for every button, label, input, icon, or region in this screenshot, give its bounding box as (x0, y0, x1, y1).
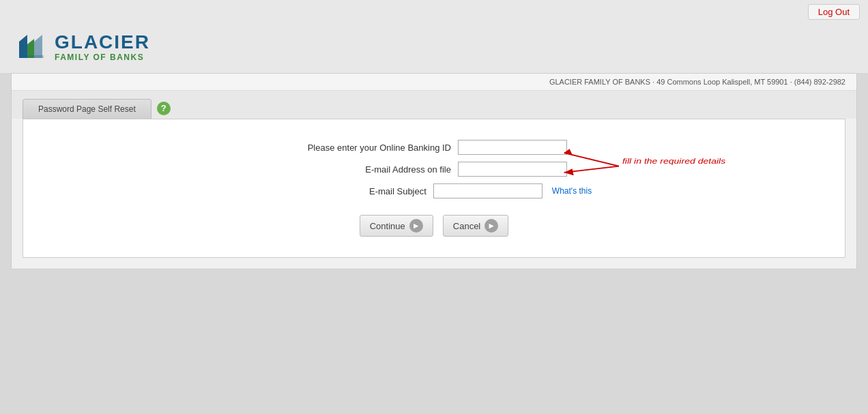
cancel-arrow-icon: ► (484, 219, 498, 233)
svg-rect-3 (19, 55, 44, 58)
subject-label: E-mail Subject (276, 186, 426, 196)
bank-info-text: GLACIER FAMILY OF BANKS · 49 Commons Loo… (549, 78, 845, 86)
logo-glacier: GLACIER (55, 32, 150, 53)
main-content: GLACIER FAMILY OF BANKS · 49 Commons Loo… (11, 73, 857, 269)
continue-arrow-icon: ► (409, 219, 423, 233)
help-icon[interactable]: ? (157, 102, 171, 115)
continue-label: Continue (370, 221, 405, 231)
svg-marker-1 (27, 39, 34, 58)
cancel-button[interactable]: Cancel ► (443, 215, 508, 237)
logo-container: GLACIER FAMILY OF BANKS (14, 29, 150, 65)
subject-row: E-mail Subject What's this (276, 183, 592, 198)
banking-id-input[interactable] (458, 140, 567, 155)
banking-id-row: Please enter your Online Banking ID (301, 140, 567, 155)
header: GLACIER FAMILY OF BANKS (0, 23, 868, 73)
whats-this-link[interactable]: What's this (552, 186, 592, 196)
form-fields: Please enter your Online Banking ID E-ma… (37, 140, 831, 198)
continue-button[interactable]: Continue ► (360, 215, 433, 237)
tab-area: Password Page Self Reset ? (12, 91, 856, 119)
bank-info-bar: GLACIER FAMILY OF BANKS · 49 Commons Loo… (12, 74, 856, 91)
glacier-logo-icon (14, 29, 49, 65)
email-row: E-mail Address on file (301, 162, 567, 177)
password-reset-tab[interactable]: Password Page Self Reset (23, 99, 151, 119)
svg-marker-2 (34, 35, 42, 58)
email-label: E-mail Address on file (301, 164, 451, 175)
subject-input[interactable] (433, 183, 542, 198)
svg-marker-0 (19, 35, 27, 58)
top-bar: Log Out (0, 0, 868, 23)
button-row: Continue ► Cancel ► (37, 215, 831, 237)
logo-text: GLACIER FAMILY OF BANKS (55, 32, 150, 62)
email-input[interactable] (458, 162, 567, 177)
logout-button[interactable]: Log Out (808, 4, 860, 20)
logo-family: FAMILY OF BANKS (55, 53, 150, 62)
form-panel: fill in the required details Please ente… (23, 119, 845, 258)
cancel-label: Cancel (453, 221, 480, 231)
banking-id-label: Please enter your Online Banking ID (301, 143, 451, 153)
